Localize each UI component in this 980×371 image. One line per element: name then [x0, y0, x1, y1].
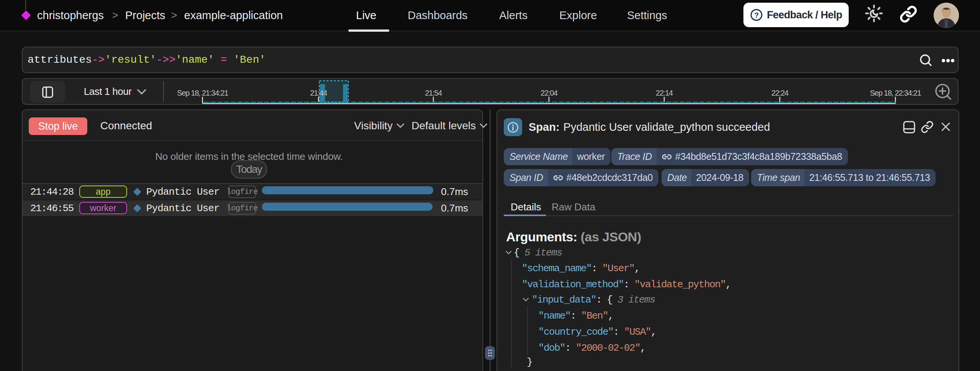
- svg-text:?: ?: [755, 11, 759, 19]
